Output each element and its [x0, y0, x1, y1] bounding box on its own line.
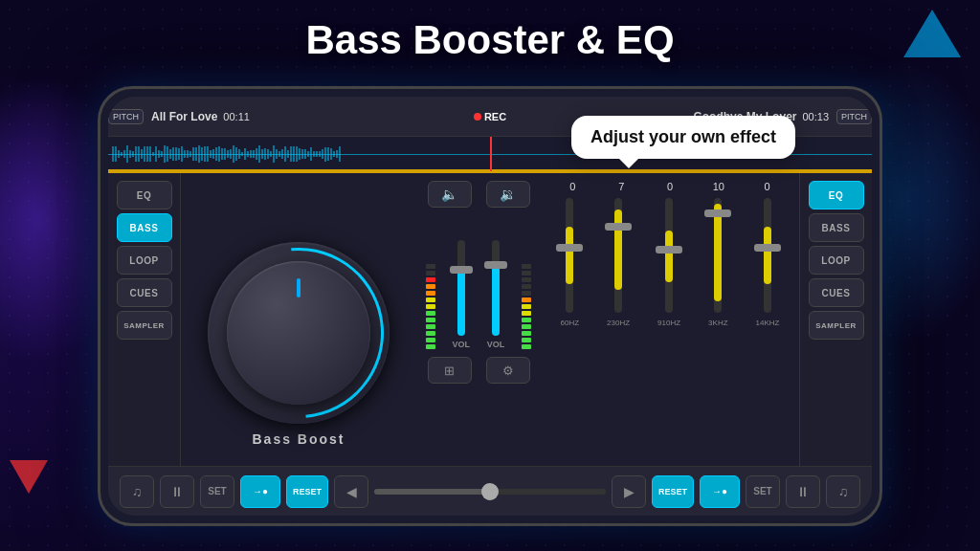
eq-fill-60hz [566, 227, 573, 284]
eq-track-230hz[interactable] [614, 198, 622, 313]
vol-track-right[interactable] [492, 240, 500, 336]
progress-thumb[interactable] [481, 483, 499, 500]
vol-fill-left [457, 269, 465, 336]
eq-fill-910hz [665, 231, 673, 282]
vu-meter-left [426, 225, 435, 349]
eq-val-2: 7 [602, 181, 640, 192]
waveform-bar [258, 145, 260, 163]
set-btn-right[interactable]: SET [746, 475, 780, 508]
eq-btn-left[interactable]: EQ [117, 181, 172, 209]
vol-thumb-left[interactable] [450, 266, 473, 274]
grid-icon-btn[interactable]: ⊞ [428, 357, 472, 384]
vu-bar [522, 304, 531, 309]
pitch-btn-left[interactable]: PITCH [108, 109, 144, 124]
waveform-bar [322, 149, 323, 158]
waveform-bar [164, 145, 166, 162]
vu-bar [522, 324, 531, 329]
cues-btn-right[interactable]: CUES [809, 278, 864, 307]
pause-btn-right[interactable]: ⏸ [786, 475, 820, 508]
vol-icon-right[interactable]: 🔉 [486, 181, 530, 208]
tooltip-text: Adjust your own effect [590, 127, 776, 146]
vu-bar [522, 298, 531, 302]
vol-icon-left[interactable]: 🔈 [428, 181, 472, 208]
pitch-btn-right[interactable]: PITCH [836, 109, 872, 124]
waveform-bar [123, 150, 125, 157]
vu-bar [522, 318, 531, 322]
loop-btn-right[interactable]: LOOP [809, 246, 864, 275]
loop-btn-left[interactable]: LOOP [117, 246, 172, 275]
waveform-bar [184, 150, 186, 157]
vol-icons-row: 🔈 🔉 [420, 181, 537, 208]
vu-bar [426, 344, 435, 349]
eq-thumb-3khz[interactable] [704, 209, 731, 217]
eq-thumb-910hz[interactable] [656, 246, 682, 253]
pause-btn-left[interactable]: ⏸ [160, 475, 194, 508]
waveform-bar [215, 147, 217, 161]
eq-val-1: 0 [553, 181, 591, 192]
waveform-bar [146, 146, 148, 162]
vol-thumb-right[interactable] [484, 261, 507, 269]
waveform-bar [152, 152, 154, 156]
waveform-bar [278, 151, 280, 157]
eq-thumb-230hz[interactable] [605, 223, 632, 231]
progress-bar[interactable] [374, 489, 606, 495]
waveform-bar [267, 149, 269, 158]
phone-frame: Adjust your own effect PITCH All For Lov… [98, 86, 882, 526]
eq-track-14khz[interactable] [764, 198, 771, 313]
music-note-left[interactable]: ♫ [120, 475, 154, 508]
eq-track-60hz[interactable] [566, 198, 573, 313]
waveform-bar [299, 148, 301, 160]
arrow-rec-right[interactable]: →● [700, 475, 740, 508]
eq-values-row: 0 7 0 10 0 [548, 181, 791, 192]
waveform-bar [195, 147, 197, 162]
vu-bar [522, 264, 531, 269]
waveform-bar [330, 148, 332, 161]
waveform-bar [261, 149, 263, 160]
sampler-btn-right[interactable]: SAMPLER [809, 311, 864, 340]
prev-btn[interactable]: ◀ [334, 475, 368, 508]
eq-slider-910hz: 910HZ [657, 198, 680, 327]
knob-container[interactable] [208, 242, 390, 424]
eq-btn-right[interactable]: EQ [809, 181, 864, 209]
vu-bar [426, 271, 435, 276]
waveform-bars-left [112, 141, 486, 167]
settings-icon-btn[interactable]: ⚙ [486, 357, 530, 384]
track-time-left: 00:11 [223, 111, 250, 122]
waveform-bar [121, 152, 122, 157]
vu-bar [426, 318, 435, 322]
rec-button[interactable]: REC [474, 111, 506, 122]
middle-section: 🔈 🔉 [416, 173, 541, 516]
eq-thumb-60hz[interactable] [556, 244, 583, 252]
eq-track-910hz[interactable] [665, 198, 673, 313]
vu-bar [426, 331, 435, 336]
deco-triangle [903, 10, 961, 57]
eq-track-3khz[interactable] [714, 198, 722, 313]
waveform-bar [201, 147, 203, 161]
cues-btn-left[interactable]: CUES [117, 278, 172, 307]
music-note-right[interactable]: ♫ [826, 475, 860, 508]
arrow-rec-left[interactable]: →● [240, 475, 280, 508]
sampler-btn-left[interactable]: SAMPLER [117, 311, 172, 340]
set-btn-left[interactable]: SET [200, 475, 234, 508]
waveform-bar [172, 147, 174, 161]
next-btn[interactable]: ▶ [612, 475, 646, 508]
waveform-bar [307, 151, 309, 156]
waveform-bar [324, 147, 326, 162]
waveform-bar [112, 146, 114, 161]
reset-btn-left[interactable]: RESET [286, 475, 328, 508]
bass-btn-right[interactable]: BASS [809, 213, 864, 242]
waveform-bar [304, 149, 306, 160]
waveform-bar [333, 151, 335, 158]
waveform-bar [281, 149, 283, 159]
eq-slider-60hz: 60HZ [561, 198, 580, 327]
progress-fill [374, 489, 490, 495]
eq-val-3: 0 [651, 181, 689, 192]
reset-btn-right[interactable]: RESET [652, 475, 694, 508]
vol-track-left[interactable] [457, 240, 465, 336]
eq-freq-230hz: 230HZ [607, 319, 630, 327]
eq-thumb-14khz[interactable] [754, 244, 781, 252]
waveform-bar [207, 146, 209, 163]
bass-btn-left[interactable]: BASS [117, 213, 172, 242]
waveform-bar [115, 146, 117, 161]
vu-bar [522, 311, 531, 316]
